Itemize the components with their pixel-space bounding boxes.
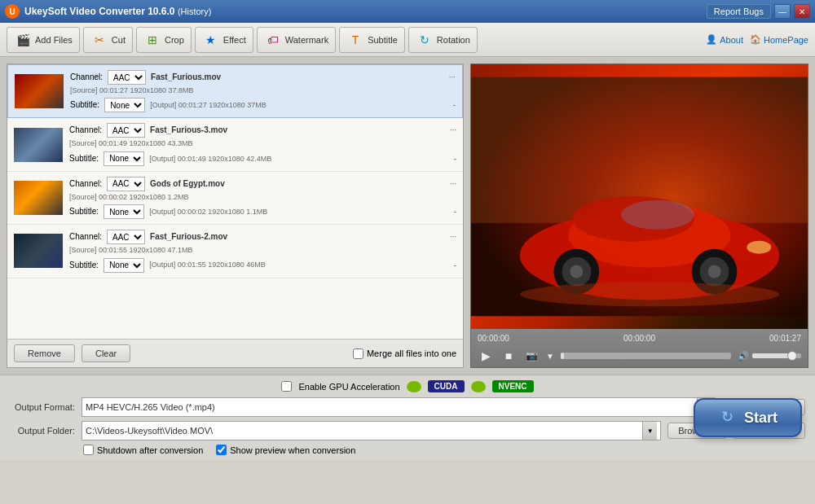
channel-select[interactable]: AAC xyxy=(107,177,145,191)
more-options-icon[interactable]: ··· xyxy=(450,230,456,243)
preview-controls: 00:00:00 00:00:00 00:01:27 ▶ ■ 📷 ▼ 🔊 xyxy=(471,329,808,367)
subtitle-row: Subtitle: None [Output] 00:01:49 1920x10… xyxy=(69,151,456,166)
close-button[interactable]: ✕ xyxy=(794,4,810,19)
table-row[interactable]: Channel: AAC Gods of Egypt.mov ··· [Sour… xyxy=(7,172,463,225)
cut-button[interactable]: ✂ Cut xyxy=(83,27,133,53)
stop-button[interactable]: ■ xyxy=(500,348,517,364)
merge-checkbox-group: Merge all files into one xyxy=(353,348,456,359)
homepage-label: HomePage xyxy=(764,35,808,45)
gpu-checkbox[interactable] xyxy=(281,381,292,392)
minus-icon: - xyxy=(454,259,456,272)
watermark-label: Watermark xyxy=(285,35,328,45)
channel-label: Channel: xyxy=(69,124,102,137)
shutdown-checkbox[interactable] xyxy=(83,445,94,455)
preview-label: Show preview when conversion xyxy=(230,445,355,455)
subtitle-select[interactable]: None xyxy=(104,98,145,112)
subtitle-select[interactable]: None xyxy=(104,258,144,273)
title-left: U UkeySoft Video Converter 10.6.0 (Histo… xyxy=(5,4,211,19)
file-thumbnail xyxy=(14,128,63,162)
time-end: 00:01:27 xyxy=(769,334,801,343)
start-btn-container: ↻ Start xyxy=(694,398,802,437)
format-select-wrapper: MP4 HEVC/H.265 Video (*.mp4) ▼ xyxy=(82,397,716,417)
channel-select[interactable]: AAC xyxy=(108,70,146,85)
clear-button[interactable]: Clear xyxy=(82,344,130,362)
channel-select[interactable]: AAC xyxy=(107,123,145,138)
cuda-icon xyxy=(407,381,421,392)
file-info: Channel: AAC Fast_Furious-3.mov ··· [Sou… xyxy=(69,123,456,165)
preview-panel: 00:00:00 00:00:00 00:01:27 ▶ ■ 📷 ▼ 🔊 xyxy=(470,64,808,368)
minimize-button[interactable]: — xyxy=(774,4,791,19)
dropdown-indicator: ▼ xyxy=(546,352,554,361)
file-row1: Channel: AAC Fast_Furious-2.mov ··· xyxy=(69,230,456,244)
start-label: Start xyxy=(744,410,778,427)
svg-point-5 xyxy=(621,200,694,230)
file-row1: Channel: AAC Fast_Furious-3.mov ··· xyxy=(69,123,456,138)
svg-point-11 xyxy=(708,265,721,278)
file-name: Fast_Furious-2.mov xyxy=(150,230,227,243)
volume-knob[interactable] xyxy=(787,351,797,361)
channel-select[interactable]: AAC xyxy=(107,230,145,244)
folder-dropdown-arrow[interactable]: ▼ xyxy=(642,422,657,440)
remove-button[interactable]: Remove xyxy=(14,344,75,362)
subtitle-select[interactable]: None xyxy=(104,151,144,166)
start-button[interactable]: ↻ Start xyxy=(694,398,802,437)
subtitle-button[interactable]: T Subtitle xyxy=(339,27,405,53)
subtitle-select[interactable]: None xyxy=(104,204,144,219)
channel-label: Channel: xyxy=(69,230,102,243)
about-icon: 👤 xyxy=(706,34,717,45)
file-list[interactable]: Channel: AAC Fast_Furious.mov ··· [Sourc… xyxy=(7,64,463,339)
file-list-panel: Channel: AAC Fast_Furious.mov ··· [Sourc… xyxy=(7,64,464,368)
preview-checkbox[interactable] xyxy=(216,445,227,455)
app-title: UkeySoft Video Converter 10.6.0 (History… xyxy=(24,6,211,17)
rotation-button[interactable]: ↻ Rotation xyxy=(408,27,478,53)
folder-input[interactable] xyxy=(86,426,642,436)
svg-point-13 xyxy=(520,282,779,306)
merge-checkbox[interactable] xyxy=(353,348,363,359)
more-options-icon[interactable]: ··· xyxy=(449,71,456,84)
svg-point-8 xyxy=(570,265,583,278)
preview-svg xyxy=(471,64,808,329)
more-options-icon[interactable]: ··· xyxy=(450,124,456,137)
svg-point-12 xyxy=(747,241,771,254)
volume-area: 🔊 xyxy=(738,351,801,362)
nvenc-badge: NVENC xyxy=(492,380,534,392)
subtitle-label: Subtitle: xyxy=(69,152,99,165)
crop-button[interactable]: ⊞ Crop xyxy=(136,27,192,53)
volume-icon: 🔊 xyxy=(738,351,749,362)
about-link[interactable]: 👤 About xyxy=(706,34,743,45)
file-name: Fast_Furious.mov xyxy=(151,71,221,84)
file-output: [Output] 00:01:27 1920x1080 37MB xyxy=(150,99,267,111)
subtitle-row: Subtitle: None [Output] 00:00:02 1920x10… xyxy=(69,204,456,219)
table-row[interactable]: Channel: AAC Fast_Furious-3.mov ··· [Sou… xyxy=(7,118,463,171)
more-options-icon[interactable]: ··· xyxy=(450,177,456,191)
subtitle-row: Subtitle: None [Output] 00:01:27 1920x10… xyxy=(70,98,456,112)
preview-image xyxy=(471,64,808,329)
table-row[interactable]: Channel: AAC Fast_Furious.mov ··· [Sourc… xyxy=(7,64,463,118)
subtitle-row: Subtitle: None [Output] 00:01:55 1920x10… xyxy=(69,258,456,273)
file-row1: Channel: AAC Gods of Egypt.mov ··· xyxy=(69,177,456,191)
folder-input-wrapper: ▼ xyxy=(82,421,661,440)
minus-icon: - xyxy=(454,205,456,218)
merge-label: Merge all files into one xyxy=(367,348,456,358)
add-files-button[interactable]: 🎬 Add Files xyxy=(7,27,80,53)
progress-track[interactable] xyxy=(561,353,731,359)
homepage-link[interactable]: 🏠 HomePage xyxy=(750,34,808,45)
snapshot-button[interactable]: 📷 xyxy=(523,348,540,364)
file-info: Channel: AAC Fast_Furious-2.mov ··· [Sou… xyxy=(69,230,456,272)
bottom-panel: Enable GPU Acceleration CUDA NVENC Outpu… xyxy=(0,375,815,460)
watermark-button[interactable]: 🏷 Watermark xyxy=(257,27,336,53)
report-bugs-button[interactable]: Report Bugs xyxy=(707,4,771,19)
subtitle-label: Subtitle: xyxy=(69,205,99,218)
shutdown-label: Shutdown after conversion xyxy=(97,445,203,455)
cut-label: Cut xyxy=(112,35,126,45)
play-button[interactable]: ▶ xyxy=(478,348,494,364)
app-name: UkeySoft Video Converter 10.6.0 xyxy=(24,6,175,17)
start-icon: ↻ xyxy=(718,408,738,427)
volume-track[interactable] xyxy=(752,353,801,358)
file-source: [Source] 00:01:49 1920x1080 43.3MB xyxy=(69,138,456,149)
toolbar-right: 👤 About 🏠 HomePage xyxy=(706,34,808,45)
file-thumbnail xyxy=(14,234,63,268)
effect-button[interactable]: ★ Effect xyxy=(195,27,253,53)
table-row[interactable]: Channel: AAC Fast_Furious-2.mov ··· [Sou… xyxy=(7,225,463,278)
format-label: Output Format: xyxy=(10,402,75,412)
